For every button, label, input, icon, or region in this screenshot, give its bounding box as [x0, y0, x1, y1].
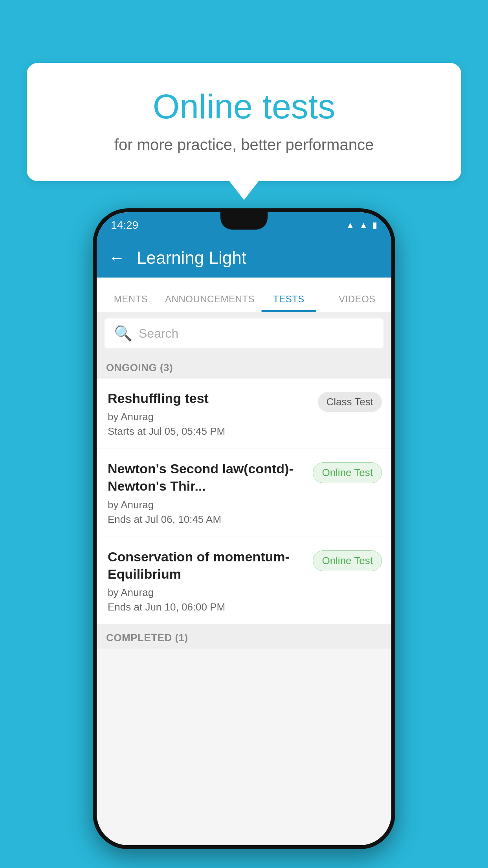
- test-author-1: by Anurag: [108, 411, 312, 423]
- test-info-2: Newton's Second law(contd)-Newton's Thir…: [108, 460, 313, 525]
- test-info-1: Reshuffling test by Anurag Starts at Jul…: [108, 390, 318, 438]
- test-name-3: Conservation of momentum-Equilibrium: [108, 548, 306, 583]
- test-name-1: Reshuffling test: [108, 390, 312, 407]
- test-item-2[interactable]: Newton's Second law(contd)-Newton's Thir…: [97, 449, 391, 537]
- status-bar: 14:29 ▲ ▲ ▮: [97, 212, 391, 238]
- status-time: 14:29: [111, 219, 138, 232]
- test-time-3: Ends at Jun 10, 06:00 PM: [108, 601, 306, 613]
- search-bar[interactable]: 🔍 Search: [105, 318, 383, 348]
- completed-section-header: COMPLETED (1): [97, 625, 391, 649]
- test-name-2: Newton's Second law(contd)-Newton's Thir…: [108, 460, 306, 495]
- back-button[interactable]: ←: [108, 248, 125, 267]
- test-time-2: Ends at Jul 06, 10:45 AM: [108, 513, 306, 526]
- test-item-3[interactable]: Conservation of momentum-Equilibrium by …: [97, 537, 391, 625]
- search-icon: 🔍: [114, 325, 132, 342]
- battery-icon: ▮: [372, 220, 377, 230]
- bubble-title: Online tests: [58, 86, 430, 127]
- wifi-icon: ▲: [346, 220, 354, 230]
- tab-videos[interactable]: VIDEOS: [323, 294, 391, 312]
- test-badge-3: Online Test: [313, 550, 382, 571]
- test-time-1: Starts at Jul 05, 05:45 PM: [108, 425, 312, 438]
- tab-tests[interactable]: TESTS: [255, 294, 323, 312]
- ongoing-section-header: ONGOING (3): [97, 355, 391, 379]
- test-list: Reshuffling test by Anurag Starts at Jul…: [97, 379, 391, 625]
- status-icons: ▲ ▲ ▮: [346, 220, 377, 230]
- speech-bubble: Online tests for more practice, better p…: [27, 63, 461, 181]
- app-bar: ← Learning Light: [97, 238, 391, 278]
- tabs-bar: MENTS ANNOUNCEMENTS TESTS VIDEOS: [97, 278, 391, 312]
- search-container: 🔍 Search: [97, 312, 391, 355]
- test-badge-1: Class Test: [318, 392, 382, 412]
- phone-screen: 14:29 ▲ ▲ ▮ ← Learning Light MENTS ANNOU…: [97, 212, 391, 845]
- phone-notch: [220, 212, 268, 230]
- bubble-subtitle: for more practice, better performance: [58, 136, 430, 154]
- test-item-1[interactable]: Reshuffling test by Anurag Starts at Jul…: [97, 379, 391, 449]
- signal-icon: ▲: [359, 220, 368, 230]
- test-badge-2: Online Test: [313, 462, 382, 483]
- test-author-3: by Anurag: [108, 587, 306, 599]
- search-placeholder-text: Search: [139, 326, 178, 341]
- app-title: Learning Light: [137, 248, 246, 268]
- tab-announcements[interactable]: ANNOUNCEMENTS: [165, 294, 255, 312]
- test-info-3: Conservation of momentum-Equilibrium by …: [108, 548, 313, 613]
- test-author-2: by Anurag: [108, 499, 306, 511]
- phone-frame: 14:29 ▲ ▲ ▮ ← Learning Light MENTS ANNOU…: [93, 208, 395, 849]
- tab-ments[interactable]: MENTS: [97, 294, 165, 312]
